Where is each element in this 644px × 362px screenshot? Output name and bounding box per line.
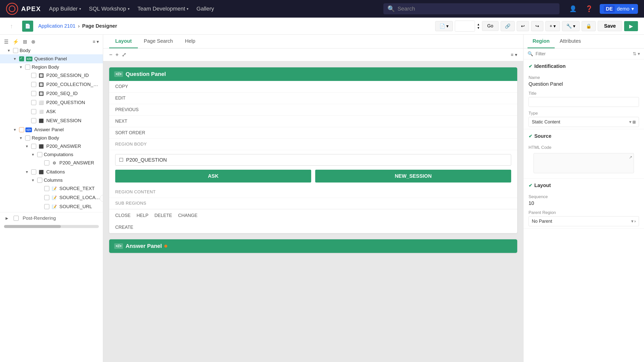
copy-icon[interactable]: ⊞	[23, 39, 27, 45]
checkbox-p200-question[interactable]	[31, 100, 36, 105]
action-previous[interactable]: PREVIOUS	[109, 104, 517, 116]
checkbox-p200-answer-compute[interactable]	[44, 160, 49, 165]
ask-button[interactable]: ASK	[115, 170, 311, 183]
toggle-post-rendering-icon[interactable]: ▶	[4, 215, 10, 221]
action-create[interactable]: CREATE	[109, 222, 517, 233]
tree-item-p200-seq-id[interactable]: ▶ 🔲 P200_SEQ_ID	[0, 89, 103, 98]
tab-page-search[interactable]: Page Search	[138, 35, 179, 48]
page-selector-button[interactable]: 📄 ▾	[435, 21, 453, 31]
tree-item-question-panel[interactable]: ▼ </> Question Panel	[0, 54, 103, 63]
external-link-icon[interactable]: ↗	[629, 155, 632, 160]
horizontal-scrollbar[interactable]	[4, 225, 99, 228]
tree-item-computations[interactable]: ▼ Computations	[0, 151, 103, 158]
shared-components-button[interactable]: 🔗	[501, 21, 515, 31]
checkbox-p200-seq-id[interactable]	[31, 91, 36, 96]
user-menu-button[interactable]: DE demo ▾	[600, 4, 638, 14]
title-input[interactable]	[529, 97, 639, 107]
toggle-citations-icon[interactable]: ▼	[24, 169, 30, 175]
checkbox-computations[interactable]	[37, 152, 42, 157]
sort-button[interactable]: ≡ ▾	[93, 39, 99, 44]
scrollbar-thumb[interactable]	[4, 225, 61, 228]
checkbox-columns[interactable]	[37, 178, 42, 183]
toggle-question-panel-icon[interactable]: ▼	[12, 56, 18, 62]
toggle-columns-icon[interactable]: ▼	[30, 177, 36, 183]
tree-item-p200-answer-compute[interactable]: ▶ ⚙ P200_ANSWER	[0, 158, 103, 167]
page-icon[interactable]: 📄	[22, 21, 33, 32]
tree-item-region-body-2[interactable]: ▼ Region Body	[0, 134, 103, 142]
flash-icon[interactable]: ⚡	[13, 39, 19, 45]
checkbox-citations[interactable]	[31, 169, 36, 174]
lock-button[interactable]: 🔒	[582, 21, 596, 31]
toggle-region-body-1-icon[interactable]: ▼	[18, 64, 24, 70]
action-copy[interactable]: COPY	[109, 81, 517, 93]
layout-filter-button[interactable]: ≡ ▾	[511, 52, 517, 58]
utilities-button[interactable]: 🔧 ▾	[562, 21, 580, 31]
checkbox-answer-panel[interactable]	[19, 127, 24, 132]
nav-icon[interactable]: ›	[634, 219, 636, 223]
checkbox-source-text[interactable]	[44, 186, 49, 191]
save-button[interactable]: Save	[598, 21, 622, 31]
source-header[interactable]: ✔ Source	[524, 129, 644, 143]
layout-header[interactable]: ✔ Layout	[524, 178, 644, 192]
tree-view-icon[interactable]: ☰	[4, 39, 9, 45]
tree-item-columns[interactable]: ▼ Columns	[0, 176, 103, 184]
user-settings-icon[interactable]: 👤	[568, 3, 579, 14]
zoom-out-button[interactable]: −	[109, 52, 112, 58]
tree-item-p200-answer[interactable]: ▼ ⬛ P200_ANSWER	[0, 142, 103, 151]
tab-region[interactable]: Region	[528, 35, 555, 48]
search-box[interactable]: 🔍	[383, 3, 559, 14]
checkbox-question-panel[interactable]	[19, 56, 24, 61]
action-next[interactable]: NEXT	[109, 116, 517, 127]
apex-logo[interactable]: APEX	[6, 3, 41, 15]
search-input[interactable]	[397, 6, 555, 12]
breadcrumb-app[interactable]: Application 2101	[38, 23, 75, 29]
help-icon[interactable]: ❓	[584, 3, 595, 14]
share-icon[interactable]: ⊗	[31, 39, 35, 45]
tree-item-p200-question[interactable]: ▶ ⬜ P200_QUESTION	[0, 98, 103, 107]
page-number-input[interactable]: 200	[455, 21, 475, 32]
tree-item-citations[interactable]: ▼ ⬛ Citations	[0, 167, 103, 176]
page-num-down-icon[interactable]: ▼	[477, 26, 480, 30]
html-code-textarea[interactable]: ↗	[534, 153, 634, 173]
nav-team-development[interactable]: Team Development ▾	[138, 6, 189, 12]
nav-sql-workshop[interactable]: SQL Workshop ▾	[89, 6, 130, 12]
tree-item-answer-panel[interactable]: ▼ </> Answer Panel	[0, 125, 103, 134]
action-help[interactable]: HELP	[137, 213, 148, 218]
toggle-region-body-2-icon[interactable]: ▼	[18, 135, 24, 141]
type-select[interactable]: Static Content ▾ ⊞	[529, 117, 639, 127]
tree-item-p200-session-id[interactable]: ▶ 🔲 P200_SESSION_ID	[0, 71, 103, 80]
back-button[interactable]: ↑	[6, 21, 17, 32]
checkbox-post-rendering[interactable]	[14, 216, 19, 221]
parent-region-select[interactable]: No Parent ▾ ›	[529, 216, 639, 226]
toggle-computations-icon[interactable]: ▼	[30, 152, 36, 157]
checkbox-p200-session-id[interactable]	[31, 73, 36, 78]
checkbox-p200-collection-name[interactable]	[31, 82, 36, 87]
tab-help[interactable]: Help	[179, 35, 201, 48]
checkbox-region-body-1[interactable]	[25, 65, 30, 70]
tree-item-region-body-1[interactable]: ▼ Region Body	[0, 63, 103, 71]
redo-button[interactable]: ↪	[531, 21, 543, 31]
tree-item-post-rendering[interactable]: ▶ Post-Rendering	[0, 213, 103, 223]
tree-item-body[interactable]: ▼ Body	[0, 47, 103, 54]
nav-app-builder[interactable]: App Builder ▾	[49, 6, 81, 12]
expand-button[interactable]: ⤢	[122, 52, 126, 58]
filter-input[interactable]	[536, 51, 630, 57]
tree-item-source-text[interactable]: ▶ 📝 SOURCE_TEXT	[0, 184, 103, 193]
tree-item-p200-collection-name[interactable]: ▶ 🔲 P200_COLLECTION_NAME	[0, 80, 103, 89]
checkbox-body[interactable]	[13, 48, 18, 53]
sort-filter-icon[interactable]: ⇅ ▾	[633, 51, 640, 57]
zoom-in-button[interactable]: +	[115, 52, 119, 58]
identification-header[interactable]: ✔ Identification	[524, 59, 644, 73]
page-num-up-icon[interactable]: ▲	[477, 23, 480, 26]
toggle-body-icon[interactable]: ▼	[6, 48, 12, 53]
action-edit[interactable]: EDIT	[109, 93, 517, 104]
tree-item-source-location[interactable]: ▶ 📝 SOURCE_LOCATION	[0, 193, 103, 202]
action-delete[interactable]: DELETE	[154, 213, 172, 218]
undo-button[interactable]: ↩	[517, 21, 529, 31]
checkbox-new-session[interactable]	[31, 118, 36, 123]
action-change[interactable]: CHANGE	[178, 213, 197, 218]
action-sort-order[interactable]: SORT ORDER	[109, 127, 517, 139]
tree-item-source-url[interactable]: ▶ 📝 SOURCE_URL	[0, 202, 103, 211]
tab-attributes[interactable]: Attributes	[555, 35, 586, 48]
list-icon[interactable]: ⊞	[632, 120, 636, 124]
